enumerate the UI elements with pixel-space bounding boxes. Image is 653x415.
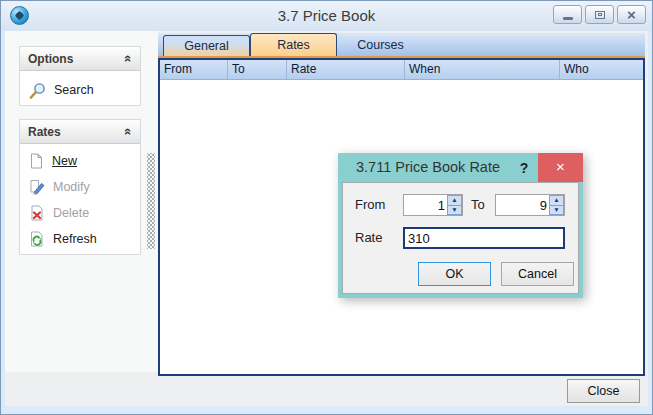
options-panel-title: Options xyxy=(28,52,73,66)
options-panel: Options « Search xyxy=(19,46,141,106)
rates-panel-body: New Modify xyxy=(20,144,140,252)
ok-button[interactable]: OK xyxy=(418,262,491,286)
sidebar-item-refresh[interactable]: Refresh xyxy=(29,226,140,252)
delete-icon xyxy=(29,205,45,221)
minimize-icon xyxy=(563,17,573,20)
window-controls: × xyxy=(553,5,646,24)
close-icon: × xyxy=(627,6,636,23)
arrow-up-icon: ▲ xyxy=(553,197,559,204)
collapse-chevron-icon: « xyxy=(121,55,136,62)
rates-panel-header[interactable]: Rates « xyxy=(20,120,140,144)
column-header-to[interactable]: To xyxy=(228,60,287,79)
minimize-button[interactable] xyxy=(553,5,582,24)
tab-label: General xyxy=(184,39,228,53)
from-spin-up-button[interactable]: ▲ xyxy=(447,195,462,205)
column-header-who[interactable]: Who xyxy=(560,60,643,79)
column-header-from[interactable]: From xyxy=(160,60,228,79)
rates-panel-title: Rates xyxy=(28,125,61,139)
tab-strip: General Rates Courses xyxy=(158,33,645,56)
from-spinner: ▲ ▼ xyxy=(403,194,463,216)
dialog-close-button[interactable]: × xyxy=(538,153,583,182)
refresh-icon xyxy=(29,231,45,247)
dialog-help-button[interactable]: ? xyxy=(514,155,534,181)
sidebar-item-new[interactable]: New xyxy=(29,148,140,174)
to-spin-up-button[interactable]: ▲ xyxy=(549,195,564,205)
sidebar-item-delete[interactable]: Delete xyxy=(29,200,140,226)
arrow-down-icon: ▼ xyxy=(451,207,457,214)
from-label: From xyxy=(355,194,385,216)
price-book-window: 3.7 Price Book × Options « xyxy=(0,0,653,415)
window-titlebar: 3.7 Price Book × xyxy=(1,1,652,31)
column-header-rate[interactable]: Rate xyxy=(287,60,405,79)
footer-close-button[interactable]: Close xyxy=(567,379,640,403)
to-input[interactable] xyxy=(496,195,549,215)
sidebar-item-label: New xyxy=(52,154,77,168)
maximize-button[interactable] xyxy=(585,5,614,24)
from-spin-down-button[interactable]: ▼ xyxy=(447,205,462,216)
cancel-button[interactable]: Cancel xyxy=(501,262,574,286)
rates-panel: Rates « New xyxy=(19,119,141,255)
modify-icon xyxy=(29,179,45,195)
sidebar-item-label: Modify xyxy=(53,180,90,194)
sidebar-splitter[interactable] xyxy=(147,153,155,249)
to-spinner: ▲ ▼ xyxy=(495,194,565,216)
dialog-body: From ▲ ▼ To ▲ xyxy=(342,182,579,294)
rate-label: Rate xyxy=(355,227,382,249)
from-input[interactable] xyxy=(404,195,447,215)
sidebar-item-modify[interactable]: Modify xyxy=(29,174,140,200)
sidebar-item-search[interactable]: Search xyxy=(29,75,140,105)
price-book-rate-dialog: 3.711 Price Book Rate ? × From ▲ ▼ To xyxy=(338,153,583,298)
arrow-up-icon: ▲ xyxy=(451,197,457,204)
tab-label: Rates xyxy=(277,38,310,52)
sidebar-item-label: Refresh xyxy=(53,232,97,246)
dialog-title: 3.711 Price Book Rate xyxy=(356,153,500,182)
sidebar-item-label: Search xyxy=(54,83,94,97)
rate-input[interactable] xyxy=(403,227,565,249)
sidebar-item-label: Delete xyxy=(53,206,89,220)
to-label: To xyxy=(471,194,485,216)
new-document-icon xyxy=(29,153,44,169)
options-panel-body: Search xyxy=(20,71,140,105)
tab-courses[interactable]: Courses xyxy=(337,35,424,56)
close-window-button[interactable]: × xyxy=(617,5,646,24)
tab-general[interactable]: General xyxy=(163,35,250,56)
maximize-icon xyxy=(595,11,605,19)
collapse-chevron-icon: « xyxy=(121,128,136,135)
tab-rates[interactable]: Rates xyxy=(250,33,337,56)
to-spin-down-button[interactable]: ▼ xyxy=(549,205,564,216)
table-header-row: From To Rate When Who xyxy=(160,60,643,80)
search-icon xyxy=(29,82,46,99)
tab-label: Courses xyxy=(357,38,404,52)
arrow-down-icon: ▼ xyxy=(553,207,559,214)
options-panel-header[interactable]: Options « xyxy=(20,47,140,71)
sidebar: Options « Search Rates « xyxy=(5,31,158,372)
column-header-when[interactable]: When xyxy=(405,60,560,79)
